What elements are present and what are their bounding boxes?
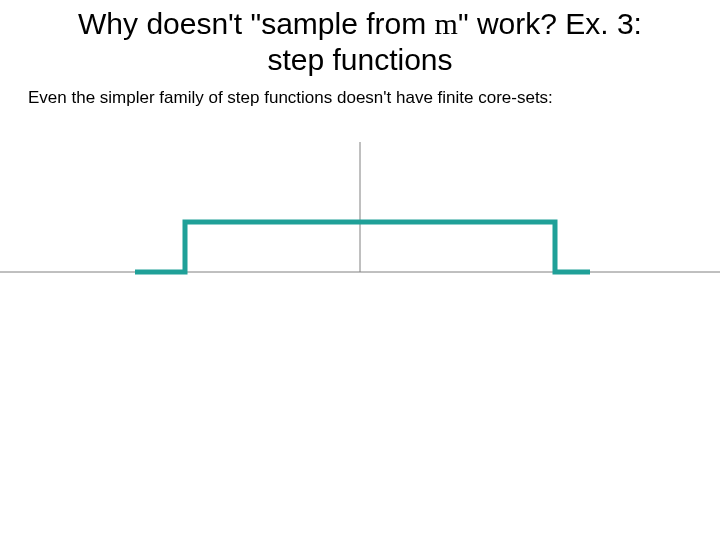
step-function-chart	[0, 142, 720, 312]
slide: Why doesn't "sample from m" work? Ex. 3:…	[0, 0, 720, 540]
title-suffix: " work? Ex. 3:	[458, 7, 642, 40]
step-function-line	[135, 222, 590, 272]
title-line2: step functions	[267, 43, 452, 76]
slide-title: Why doesn't "sample from m" work? Ex. 3:…	[0, 0, 720, 78]
chart-area	[0, 142, 720, 312]
title-prefix: Why doesn't "sample from	[78, 7, 435, 40]
title-mu: m	[435, 7, 458, 40]
body-text: Even the simpler family of step function…	[0, 78, 720, 108]
